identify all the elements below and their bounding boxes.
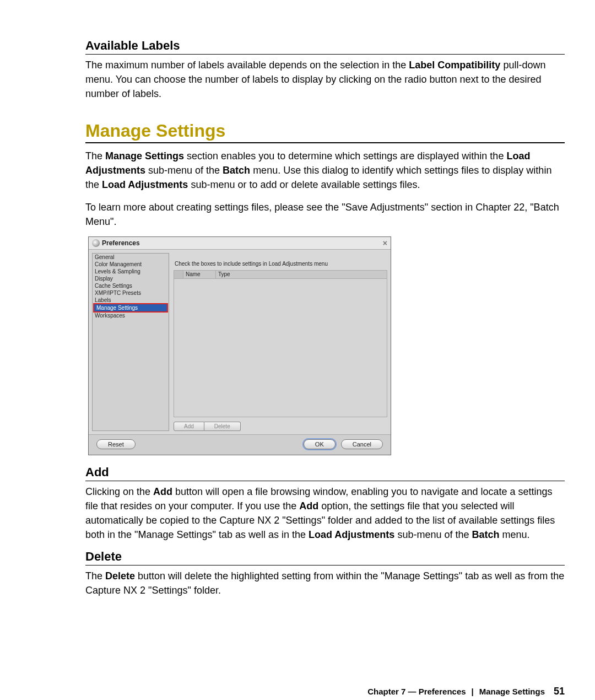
- text: sub-menu or to add or delete available s…: [188, 179, 420, 190]
- dialog-titlebar: Preferences ×: [89, 237, 391, 250]
- sidebar-item-color-management[interactable]: Color Management: [93, 261, 169, 268]
- heading-delete: Delete: [85, 550, 565, 566]
- add-button[interactable]: Add: [174, 422, 204, 431]
- dialog-title: Preferences: [102, 239, 140, 247]
- text-bold: Load Adjustments: [102, 179, 188, 190]
- heading-available-labels: Available Labels: [85, 39, 565, 55]
- text-bold: Load Adjustments: [309, 529, 394, 540]
- page-footer: Chapter 7 — Preferences | Manage Setting…: [85, 686, 565, 697]
- text: sub-menu of the: [394, 529, 472, 540]
- dialog-instruction: Check the boxes to include settings in L…: [174, 253, 387, 270]
- column-type: Type: [216, 271, 387, 278]
- text-bold: Manage Settings: [105, 150, 184, 161]
- footer-separator: |: [472, 687, 474, 696]
- delete-button[interactable]: Delete: [204, 422, 241, 431]
- app-icon: [92, 239, 100, 247]
- text-bold: Label Compatibility: [409, 60, 500, 71]
- column-name: Name: [183, 271, 216, 278]
- sidebar-item-levels-sampling[interactable]: Levels & Sampling: [93, 268, 169, 275]
- sidebar-item-cache-settings[interactable]: Cache Settings: [93, 282, 169, 289]
- ok-button[interactable]: OK: [304, 439, 336, 449]
- text-bold: Batch: [223, 165, 250, 176]
- para-manage-settings-1: The Manage Settings section enables you …: [85, 149, 565, 192]
- sidebar-item-general[interactable]: General: [93, 254, 169, 261]
- para-available-labels: The maximum number of labels available d…: [85, 58, 565, 101]
- footer-chapter: Chapter 7 — Preferences: [367, 687, 466, 696]
- text: menu.: [499, 529, 529, 540]
- para-manage-settings-2: To learn more about creating settings fi…: [85, 200, 565, 229]
- text: The maximum number of labels available d…: [85, 60, 409, 71]
- text: The: [85, 150, 105, 161]
- close-icon[interactable]: ×: [383, 239, 387, 247]
- settings-list-header: Name Type: [174, 270, 387, 279]
- text: button will delete the highlighted setti…: [85, 570, 564, 596]
- footer-section: Manage Settings: [479, 687, 545, 696]
- sidebar-item-display[interactable]: Display: [93, 275, 169, 282]
- preferences-sidebar: General Color Management Levels & Sampli…: [92, 253, 169, 431]
- sidebar-item-workspaces[interactable]: Workspaces: [93, 312, 169, 319]
- page-number: 51: [554, 686, 565, 697]
- text: section enables you to determine which s…: [184, 150, 506, 161]
- cancel-button[interactable]: Cancel: [341, 439, 383, 449]
- column-checkbox: [174, 271, 183, 278]
- text-bold: Delete: [105, 570, 135, 581]
- text-bold: Batch: [472, 529, 499, 540]
- text-bold: Add: [299, 500, 318, 511]
- text: sub-menu of the: [145, 165, 223, 176]
- text: The: [85, 570, 105, 581]
- sidebar-item-manage-settings[interactable]: Manage Settings: [93, 303, 168, 313]
- reset-button[interactable]: Reset: [96, 439, 136, 449]
- text: Clicking on the: [85, 486, 153, 497]
- text-bold: Add: [153, 486, 172, 497]
- sidebar-item-xmp-iptc-presets[interactable]: XMP/IPTC Presets: [93, 289, 169, 297]
- heading-add: Add: [85, 465, 565, 481]
- para-add: Clicking on the Add button will open a f…: [85, 484, 565, 542]
- para-delete: The Delete button will delete the highli…: [85, 569, 565, 597]
- preferences-dialog-image: Preferences × General Color Management L…: [88, 236, 391, 455]
- settings-list[interactable]: [174, 279, 387, 417]
- heading-manage-settings: Manage Settings: [85, 121, 565, 143]
